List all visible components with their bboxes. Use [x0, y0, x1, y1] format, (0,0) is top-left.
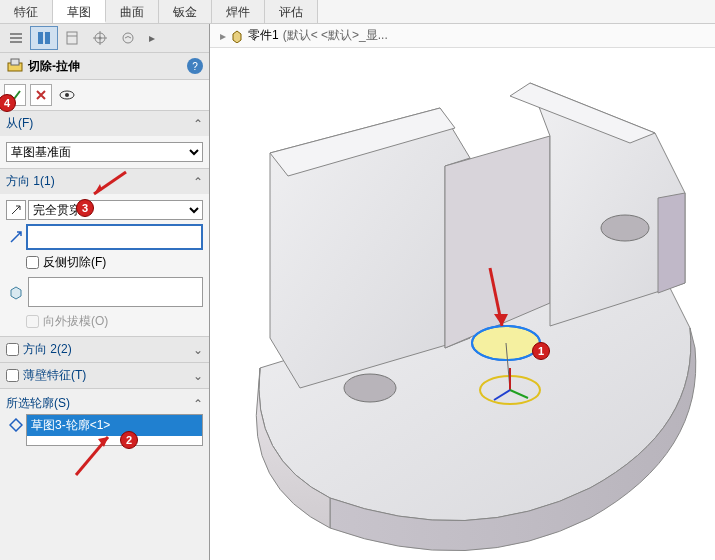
dimxpert-tab[interactable]	[86, 26, 114, 50]
svg-point-15	[65, 93, 69, 97]
manager-tabs: ▸	[0, 24, 209, 53]
chevron-icon: ⌃	[193, 397, 203, 411]
display-manager-tab[interactable]	[114, 26, 142, 50]
contour-icon	[6, 414, 26, 446]
model-canvas[interactable]: 1	[210, 48, 715, 560]
tab-sheetmetal[interactable]: 钣金	[159, 0, 212, 23]
section-from: 从(F) ⌃ 草图基准面	[0, 111, 209, 169]
arrow-to-3	[88, 170, 128, 200]
direction-vector-input[interactable]	[26, 224, 203, 250]
dir2-enable-checkbox[interactable]	[6, 343, 19, 356]
annotation-4: 4	[0, 94, 16, 112]
feature-header: 切除-拉伸 ?	[0, 53, 209, 80]
part-icon	[230, 29, 244, 43]
tab-surface[interactable]: 曲面	[106, 0, 159, 23]
section-from-header[interactable]: 从(F) ⌃	[0, 111, 209, 136]
draft-outward-label: 向外拔模(O)	[43, 313, 108, 330]
chevron-icon: ⌃	[193, 175, 203, 189]
svg-point-16	[344, 374, 396, 402]
chevron-icon: ⌃	[193, 117, 203, 131]
tabs-overflow[interactable]: ▸	[142, 26, 162, 50]
svg-rect-1	[10, 37, 22, 39]
section-thin-label: 薄壁特征(T)	[23, 367, 193, 384]
viewport: ▸ 零件1 (默认< <默认>_显...	[210, 24, 715, 560]
tab-weldment[interactable]: 焊件	[212, 0, 265, 23]
section-thin: 薄壁特征(T) ⌄	[0, 363, 209, 389]
property-manager: ▸ 切除-拉伸 ? 4 从(F) ⌃	[0, 24, 210, 560]
reverse-cut-checkbox[interactable]	[26, 256, 39, 269]
help-button[interactable]: ?	[187, 58, 203, 74]
from-plane-select[interactable]: 草图基准面	[6, 142, 203, 162]
config-manager-tab[interactable]	[58, 26, 86, 50]
property-manager-tab[interactable]	[30, 26, 58, 50]
chevron-down-icon: ⌄	[193, 343, 203, 357]
svg-rect-4	[45, 32, 50, 44]
preview-button[interactable]	[56, 84, 78, 106]
reverse-cut-label: 反侧切除(F)	[43, 254, 106, 271]
annotation-2: 2	[120, 431, 138, 449]
breadcrumb-part[interactable]: 零件1	[248, 27, 279, 44]
arrow-to-2	[70, 429, 120, 479]
section-contours-header[interactable]: 所选轮廓(S) ⌃	[6, 393, 203, 414]
section-direction2: 方向 2(2) ⌄	[0, 337, 209, 363]
confirm-row: 4	[0, 80, 209, 111]
tab-features[interactable]: 特征	[0, 0, 53, 23]
annotation-3: 3	[76, 199, 94, 217]
thin-enable-checkbox[interactable]	[6, 369, 19, 382]
feature-title: 切除-拉伸	[28, 58, 187, 75]
section-direction1: 方向 1(1) ⌃ 完全贯穿 3	[0, 169, 209, 337]
svg-rect-13	[11, 59, 19, 65]
body-scope-list[interactable]	[28, 277, 203, 307]
reverse-direction-button[interactable]	[6, 200, 26, 220]
svg-rect-5	[67, 32, 77, 44]
section-contours: 所选轮廓(S) ⌃ 草图3-轮廓<1> 2	[0, 389, 209, 450]
svg-point-17	[601, 215, 649, 241]
tab-evaluate[interactable]: 评估	[265, 0, 318, 23]
section-from-label: 从(F)	[6, 115, 193, 132]
body-select-icon	[6, 282, 26, 302]
feature-manager-tab[interactable]	[2, 26, 30, 50]
section-dir2-label: 方向 2(2)	[23, 341, 193, 358]
breadcrumb-arrow-icon: ▸	[220, 29, 226, 43]
chevron-down-icon: ⌄	[193, 369, 203, 383]
svg-rect-2	[10, 41, 22, 43]
section-contours-label: 所选轮廓(S)	[6, 395, 193, 412]
direction-vector-icon	[6, 227, 26, 247]
top-tabs: 特征 草图 曲面 钣金 焊件 评估	[0, 0, 715, 24]
section-thin-header[interactable]: 薄壁特征(T) ⌄	[0, 363, 209, 388]
draft-outward-checkbox[interactable]	[26, 315, 39, 328]
end-condition-select[interactable]: 完全贯穿	[28, 200, 203, 220]
cancel-button[interactable]	[30, 84, 52, 106]
cut-extrude-icon	[6, 57, 24, 75]
svg-rect-0	[10, 33, 22, 35]
svg-rect-3	[38, 32, 43, 44]
section-dir2-header[interactable]: 方向 2(2) ⌄	[0, 337, 209, 362]
svg-point-11	[123, 33, 133, 43]
breadcrumb[interactable]: ▸ 零件1 (默认< <默认>_显...	[210, 24, 715, 48]
breadcrumb-config: (默认< <默认>_显...	[283, 27, 388, 44]
model-svg	[210, 48, 715, 560]
annotation-1: 1	[532, 342, 550, 360]
tab-sketch[interactable]: 草图	[53, 0, 106, 23]
